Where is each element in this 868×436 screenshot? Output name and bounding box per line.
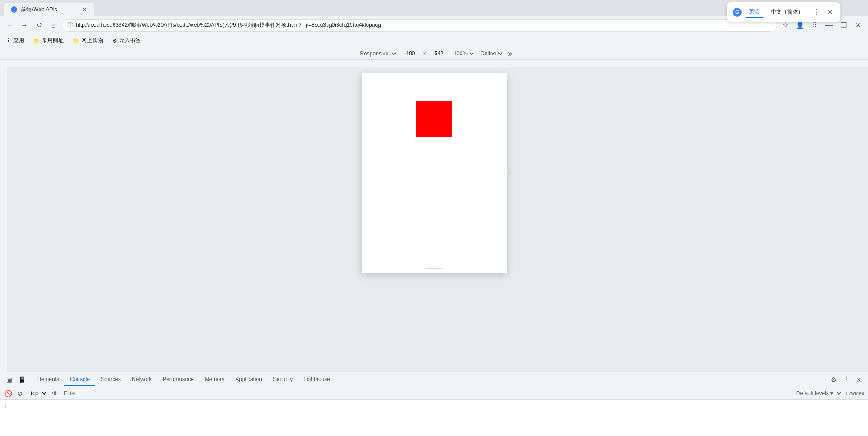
devtools-close-button[interactable]: ✕	[853, 374, 864, 385]
translate-language-english[interactable]: 英语	[745, 6, 764, 18]
console-toolbar: 🚫 ⊘ top 👁 Default levels ▾ 1 hidden	[0, 387, 868, 400]
back-button[interactable]: ←	[4, 19, 16, 32]
responsive-toolbar: Responsive × 100% Online ◎	[0, 47, 868, 60]
content-area: Responsive × 100% Online ◎	[0, 47, 868, 436]
console-levels-select[interactable]: Default levels ▾	[793, 389, 843, 398]
console-eye-button[interactable]: 👁	[50, 389, 60, 398]
tab-title: 前端/Web APIs	[21, 6, 57, 14]
console-content: ›	[0, 400, 868, 436]
bookmark-import-label: 导入书签	[119, 37, 141, 44]
bookmarks-bar: ⠿ 应用 📁 常用网址 📁 网上购物 ⚙ 导入书签	[0, 34, 868, 47]
gear-icon: ⚙	[112, 38, 117, 44]
tab-elements[interactable]: Elements	[31, 373, 64, 386]
home-button[interactable]: ⌂	[47, 19, 60, 32]
tab-close-button[interactable]: ✕	[82, 6, 87, 13]
bookmark-import[interactable]: ⚙ 导入书签	[109, 36, 144, 45]
devtools-panel: ▣ 📱 Elements Console Sources Network Per…	[0, 372, 868, 436]
zoom-select[interactable]: 100%	[452, 50, 475, 57]
network-select[interactable]: Online	[479, 50, 504, 57]
width-input[interactable]	[401, 50, 419, 57]
console-context-select[interactable]: top	[27, 389, 48, 398]
apps-icon: ⠿	[7, 38, 11, 44]
tab-console[interactable]: Console	[64, 373, 95, 386]
folder-icon-1: 📁	[33, 38, 40, 44]
hidden-count-badge: 1 hidden	[845, 391, 864, 396]
bookmark-apps-label: 应用	[13, 37, 24, 44]
resize-handle-bottom[interactable]: ⋯	[362, 273, 507, 277]
reload-button[interactable]: ↺	[33, 19, 45, 32]
address-info-icon: ⓘ	[68, 21, 73, 29]
bookmark-shopping[interactable]: 📁 网上购物	[69, 36, 107, 45]
height-input[interactable]	[430, 50, 448, 57]
device-handle	[425, 268, 443, 269]
tab-network[interactable]: Network	[126, 373, 157, 386]
console-filter-button[interactable]: ⊘	[15, 389, 25, 398]
translate-language-chinese[interactable]: 中文（简体）	[767, 6, 807, 18]
translate-icon: G	[733, 8, 742, 17]
address-bar[interactable]: ⓘ http://localhost:63342/前端/Web%20APIs/c…	[62, 19, 777, 32]
console-filter-input[interactable]	[62, 389, 790, 397]
dimension-separator: ×	[423, 50, 426, 57]
window-close-button[interactable]: ✕	[852, 19, 864, 32]
tab-favicon	[11, 6, 17, 13]
ruler-horizontal	[0, 60, 868, 67]
settings-icon: ◎	[507, 50, 512, 57]
devtools-more-button[interactable]: ⋮	[841, 374, 852, 385]
bookmark-useful-sites-label: 常用网址	[42, 37, 64, 44]
browser-window: 前端/Web APIs ✕ G 英语 中文（简体） ⋮ ✕ ← → ↺ ⌂ ⓘ	[0, 0, 868, 436]
devtools-inspect-button[interactable]: ▣	[4, 374, 15, 385]
resize-handle-right[interactable]: ⋮	[507, 73, 511, 273]
browser-chrome: 前端/Web APIs ✕ G 英语 中文（简体） ⋮ ✕ ← → ↺ ⌂ ⓘ	[0, 0, 868, 47]
device-content	[362, 73, 507, 273]
devtools-tabs: ▣ 📱 Elements Console Sources Network Per…	[0, 372, 868, 387]
translate-popup: G 英语 中文（简体） ⋮ ✕	[727, 2, 841, 22]
viewport-section: ⋮ ⋯	[0, 60, 868, 372]
bookmark-shopping-label: 网上购物	[81, 37, 103, 44]
devtools-device-button[interactable]: 📱	[16, 374, 27, 385]
devtools-settings-button[interactable]: ⚙	[828, 374, 839, 385]
ruler-vertical	[0, 60, 7, 372]
tab-memory[interactable]: Memory	[199, 373, 230, 386]
console-input[interactable]	[10, 402, 863, 410]
console-prompt: ›	[4, 401, 864, 412]
red-box	[416, 101, 452, 137]
tab-sources[interactable]: Sources	[95, 373, 126, 386]
translate-more-icon[interactable]: ⋮	[811, 6, 822, 18]
device-select[interactable]: Responsive	[356, 49, 397, 58]
responsive-controls: Responsive × 100% Online ◎	[0, 49, 868, 58]
console-clear-button[interactable]: 🚫	[4, 389, 13, 398]
browser-tab[interactable]: 前端/Web APIs ✕	[4, 3, 94, 16]
tab-lighthouse[interactable]: Lighthouse	[298, 373, 336, 386]
bookmark-apps[interactable]: ⠿ 应用	[4, 36, 28, 45]
url-text: http://localhost:63342/前端/Web%20APIs/cod…	[76, 21, 771, 29]
bookmark-useful-sites[interactable]: 📁 常用网址	[30, 36, 67, 45]
devtools-tab-actions: ⚙ ⋮ ✕	[828, 374, 864, 385]
tab-application[interactable]: Application	[230, 373, 268, 386]
console-prompt-icon: ›	[5, 402, 7, 410]
folder-icon-2: 📁	[73, 38, 79, 44]
tab-security[interactable]: Security	[268, 373, 298, 386]
tab-bar: 前端/Web APIs ✕ G 英语 中文（简体） ⋮ ✕	[0, 0, 868, 16]
device-frame: ⋮ ⋯	[362, 73, 507, 273]
forward-button[interactable]: →	[18, 19, 31, 32]
tab-performance[interactable]: Performance	[157, 373, 199, 386]
translate-close-button[interactable]: ✕	[825, 6, 835, 18]
resize-handle-corner[interactable]	[505, 271, 511, 277]
